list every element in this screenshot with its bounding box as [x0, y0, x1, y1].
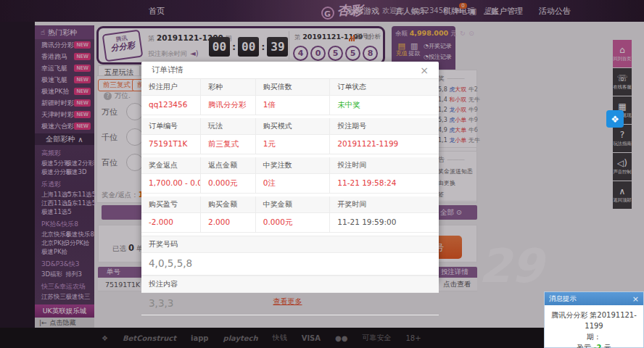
draw-numbers-value: 4,0,5,5,8 [141, 253, 439, 276]
order-id: 75191T1K [141, 135, 201, 154]
win-amount: 0.000元 [256, 213, 331, 232]
order-detail-modal: 订单详情 × 投注用户 彩种 购买倍数 订单状态 qq123456 腾讯分分彩 … [141, 62, 439, 281]
profit-value: -2 [593, 344, 601, 348]
modal-draw-numbers: 开奖号码 4,0,5,5,8 [141, 236, 439, 276]
play-mode: 前三复式 [201, 135, 256, 154]
toast-body: 腾讯分分彩 第20191121-1199 期： 盈亏 -2 元 [545, 305, 643, 348]
profit-loss: -2.000 [141, 213, 201, 232]
modal-section-4: 购买盈亏 购买金额 中奖金额 开奖时间 -2.000 2.000 0.000元 … [141, 196, 439, 236]
win-count: 0注 [256, 174, 331, 193]
qq-service-icon[interactable]: ❖ [606, 110, 624, 128]
bet-time: 11-21 19:58:24 [330, 174, 439, 193]
rebate-amount: 0.000元 [201, 174, 256, 193]
modal-bet-content: 投注内容 3,3,3 [141, 276, 439, 315]
close-icon[interactable]: × [632, 294, 639, 304]
toast-title: 消息提示 [549, 294, 577, 304]
order-status: 未中奖 [330, 96, 439, 115]
page: G杏彩 首页 彩票游戏 真人娱乐 棋牌电玩 账户管理 活动公告 欢迎您 . qq… [0, 0, 644, 348]
bonus-rebate: 1,700.00 - 0.0% [141, 174, 201, 193]
close-icon[interactable]: × [420, 65, 429, 76]
modal-title: 订单详情 [152, 65, 183, 75]
multiple: 1倍 [256, 96, 331, 115]
draw-time: 11-21 19:59:00 [330, 213, 439, 232]
bet-user: qq123456 [141, 96, 201, 115]
buy-amount: 2.000 [201, 213, 256, 232]
buy-mode: 1元 [256, 135, 331, 154]
lottery-type: 腾讯分分彩 [201, 96, 256, 115]
modal-section-1: 投注用户 彩种 购买倍数 订单状态 qq123456 腾讯分分彩 1倍 未中奖 [141, 79, 439, 118]
modal-section-2: 订单编号 玩法 购买模式 投注期号 75191T1K 前三复式 1元 20191… [141, 118, 439, 157]
message-toast: 消息提示 × 腾讯分分彩 第20191121-1199 期： 盈亏 -2 元 [544, 291, 644, 348]
bet-issue: 20191121-1199 [330, 135, 439, 154]
bet-content-value: 3,3,3 [141, 293, 439, 315]
modal-section-3: 奖金返点 返点金额 中奖注数 投注时间 1,700.00 - 0.0% 0.00… [141, 157, 439, 196]
